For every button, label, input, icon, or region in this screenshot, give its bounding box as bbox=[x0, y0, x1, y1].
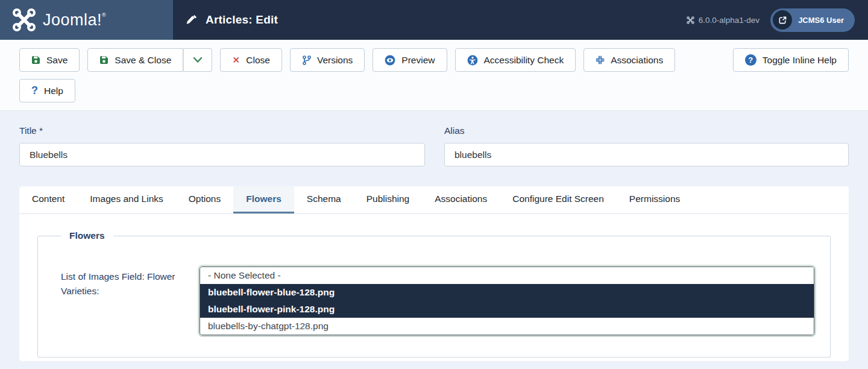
versions-button[interactable]: Versions bbox=[290, 48, 365, 72]
article-head-fields: Title * Alias bbox=[0, 111, 868, 166]
version-text: 6.0.0-alpha1-dev bbox=[699, 16, 760, 25]
header-right: 6.0.0-alpha1-dev JCMS6 User bbox=[687, 8, 868, 32]
external-link-icon bbox=[773, 10, 792, 30]
listbox-option[interactable]: bluebells-by-chatgpt-128.png bbox=[200, 318, 814, 335]
alias-label: Alias bbox=[444, 125, 849, 136]
title-input[interactable] bbox=[19, 143, 425, 166]
toolbar: Save Save & Close bbox=[0, 40, 868, 111]
tab-configure-edit-screen[interactable]: Configure Edit Screen bbox=[500, 186, 617, 213]
flower-varieties-listbox[interactable]: - None Selected - bluebell-flower-blue-1… bbox=[200, 266, 814, 335]
listbox-option[interactable]: - None Selected - bbox=[200, 267, 814, 284]
question-icon: ? bbox=[31, 84, 38, 97]
flower-varieties-label: List of Images Field: Flower Varieties: bbox=[61, 266, 200, 335]
joomla-logo-icon bbox=[12, 8, 36, 32]
joomla-logo-section: Joomla!® bbox=[0, 0, 173, 40]
listbox-option[interactable]: bluebell-flower-pink-128.png bbox=[200, 301, 814, 318]
edit-form-card: Content Images and Links Options Flowers… bbox=[19, 186, 849, 361]
save-icon bbox=[31, 55, 40, 65]
tab-associations[interactable]: Associations bbox=[422, 186, 500, 213]
user-menu-button[interactable]: JCMS6 User bbox=[770, 8, 855, 32]
registered-mark: ® bbox=[102, 12, 106, 18]
code-branch-icon bbox=[302, 55, 311, 65]
associations-button[interactable]: Associations bbox=[583, 48, 675, 72]
save-icon bbox=[99, 55, 108, 65]
joomla-mini-icon bbox=[687, 16, 694, 24]
pencil-icon bbox=[186, 14, 197, 25]
title-field-group: Title * bbox=[19, 125, 425, 166]
close-x-icon: ✕ bbox=[232, 55, 240, 66]
flowers-legend: Flowers bbox=[61, 230, 113, 241]
alias-field-group: Alias bbox=[444, 125, 849, 166]
question-circle-icon: ? bbox=[745, 54, 756, 66]
title-label: Title * bbox=[19, 125, 425, 136]
save-options-dropdown-button[interactable] bbox=[183, 48, 212, 72]
tab-options[interactable]: Options bbox=[176, 186, 233, 213]
listbox-option[interactable]: bluebell-flower-blue-128.png bbox=[200, 284, 814, 301]
tab-permissions[interactable]: Permissions bbox=[617, 186, 693, 213]
universal-access-icon bbox=[467, 55, 478, 66]
tab-images-and-links[interactable]: Images and Links bbox=[77, 186, 176, 213]
version-label: 6.0.0-alpha1-dev bbox=[687, 16, 760, 25]
save-button[interactable]: Save bbox=[19, 48, 80, 72]
preview-button[interactable]: Preview bbox=[373, 48, 447, 72]
toolbar-row-1: Save Save & Close bbox=[19, 48, 849, 72]
eye-icon bbox=[385, 55, 395, 66]
help-button[interactable]: ? Help bbox=[19, 79, 75, 102]
tab-bar: Content Images and Links Options Flowers… bbox=[19, 186, 849, 214]
tab-content[interactable]: Content bbox=[19, 186, 77, 213]
close-button[interactable]: ✕ Close bbox=[220, 48, 282, 72]
tab-schema[interactable]: Schema bbox=[294, 186, 354, 213]
save-close-group: Save & Close bbox=[87, 48, 212, 72]
user-name-label: JCMS6 User bbox=[798, 16, 844, 25]
toolbar-row-2: ? Help bbox=[19, 79, 849, 102]
alias-input[interactable] bbox=[444, 143, 849, 166]
toggle-inline-help-button[interactable]: ? Toggle Inline Help bbox=[733, 48, 849, 72]
page-title: Articles: Edit bbox=[206, 13, 278, 27]
page-title-area: Articles: Edit bbox=[186, 13, 278, 27]
tab-publishing[interactable]: Publishing bbox=[354, 186, 423, 213]
chevron-down-icon bbox=[193, 57, 203, 63]
joomla-wordmark: Joomla!® bbox=[43, 11, 106, 30]
compress-arrows-icon bbox=[596, 55, 605, 65]
accessibility-check-button[interactable]: Accessibility Check bbox=[455, 48, 576, 72]
tab-flowers[interactable]: Flowers bbox=[233, 186, 294, 213]
app-header: Joomla!® Articles: Edit bbox=[0, 0, 868, 40]
flower-varieties-field-row: List of Images Field: Flower Varieties: … bbox=[61, 266, 830, 335]
flowers-fieldset: Flowers List of Images Field: Flower Var… bbox=[37, 230, 831, 358]
save-and-close-button[interactable]: Save & Close bbox=[87, 48, 183, 72]
